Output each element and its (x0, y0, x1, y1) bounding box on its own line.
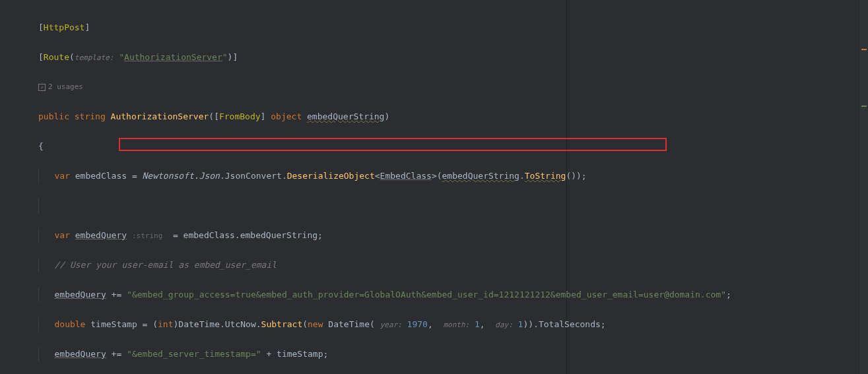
kw-object: object (271, 111, 302, 121)
attr-route: Route (44, 52, 69, 62)
blank-line (38, 199, 868, 214)
hint-month: month: (443, 321, 469, 329)
param-name: embedQuerString (307, 111, 384, 121)
kw-public: public (38, 111, 69, 121)
kw-var: var (54, 230, 69, 240)
code-line: var embedClass = Newtonsoft.Json.JsonCon… (38, 169, 868, 184)
code-line: [Route(template: "AuthorizationServer")] (38, 50, 868, 65)
class-datetime: DateTime (328, 319, 370, 329)
class-datetime: DateTime (178, 319, 220, 329)
method-deserialize: DeserializeObject (287, 171, 375, 181)
class-embedclass: EmbedClass (380, 171, 432, 181)
usages-text: 2 usages (48, 82, 83, 91)
kw-string: string (75, 111, 106, 121)
hint-year: year: (380, 321, 402, 329)
usages-indicator[interactable]: ↗2 usages (38, 80, 868, 95)
route-string: AuthorizationServer (124, 52, 222, 62)
num: 1 (475, 319, 480, 329)
class-jsonconvert: JsonConvert (225, 171, 282, 181)
var-embedquery: embedQuery (54, 349, 106, 359)
var-embedquerstring: embedQuerString (442, 171, 519, 181)
kw-new: new (308, 319, 323, 329)
code-line: [HttpPost] (38, 20, 868, 36)
code-line: public string AuthorizationServer([FromB… (38, 109, 868, 125)
var-embedquery: embedQuery (54, 290, 106, 299)
code-editor[interactable]: [HttpPost] [Route(template: "Authorizati… (0, 0, 868, 374)
method-subtract: Subtract (261, 319, 303, 329)
prop-utcnow: UtcNow (225, 319, 256, 329)
ns-newtonsoft: Newtonsoft.Json (143, 171, 220, 181)
kw-double: double (54, 319, 85, 329)
string-literal-highlighted: "&embed_group_access=true&embed_auth_pro… (127, 290, 726, 299)
code-line: var embedQuery :string = embedClass.embe… (38, 228, 868, 243)
hint-day: day: (495, 321, 513, 329)
hint-template: template: (75, 53, 114, 62)
hint-string: :string (132, 232, 162, 240)
var-embedquery: embedQuery (75, 230, 127, 240)
num: 1970 (407, 319, 428, 329)
kw-var: var (54, 171, 69, 181)
code-line: embedQuery += "&embed_group_access=true&… (38, 288, 868, 303)
comment: // User your user-email as embed_user_em… (54, 260, 277, 270)
kw-int: int (158, 319, 173, 329)
attr-frombody: FromBody (219, 111, 261, 121)
prop-totalseconds: TotalSeconds (539, 319, 601, 329)
attr-httppost: HttpPost (44, 22, 85, 32)
num: 1 (518, 319, 523, 329)
code-line: // User your user-email as embed_user_em… (38, 258, 868, 273)
method-tostring: ToString (525, 171, 566, 181)
highlight-box (119, 138, 667, 151)
usages-icon: ↗ (38, 84, 46, 91)
string-literal: "&embed_server_timestamp=" (127, 349, 261, 359)
code-line: double timeStamp = (int)DateTime.UtcNow.… (38, 317, 868, 332)
code-line: embedQuery += "&embed_server_timestamp="… (38, 347, 868, 362)
method-name: AuthorizationServer (111, 111, 209, 121)
prop: embedQuerString (240, 230, 317, 240)
